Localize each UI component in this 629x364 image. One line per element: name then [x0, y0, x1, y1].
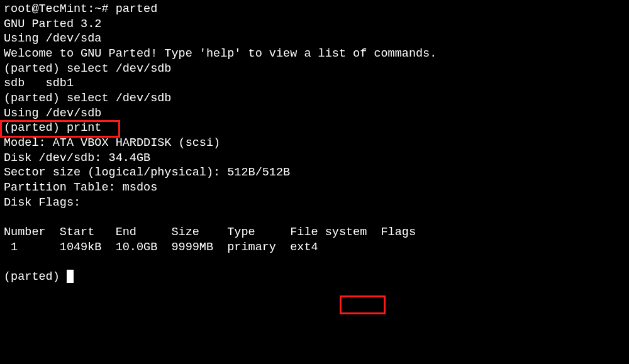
output-partition-table: Partition Table: msdos: [4, 180, 625, 196]
blank-line: [4, 255, 625, 270]
parted-prompt: (parted): [4, 121, 67, 135]
terminal-line-select1: (parted) select /dev/sdb: [4, 62, 625, 77]
cursor-icon: [67, 270, 74, 283]
terminal-line-prompt: root@TecMint:~# parted: [4, 2, 625, 17]
output-model: Model: ATA VBOX HARDDISK (scsi): [4, 136, 625, 151]
output-sdb-list: sdb sdb1: [4, 76, 625, 91]
output-disk-flags: Disk Flags:: [4, 196, 625, 211]
table-header: Number Start End Size Type File system F…: [4, 225, 625, 240]
shell-prompt: root@TecMint:~#: [4, 3, 116, 16]
output-version: GNU Parted 3.2: [4, 17, 625, 32]
command-print: print: [67, 121, 102, 135]
terminal-line-select2: (parted) select /dev/sdb: [4, 91, 625, 106]
parted-prompt: (parted): [4, 62, 67, 75]
table-row: 1 1049kB 10.0GB 9999MB primary ext4: [4, 240, 625, 255]
command-select: select /dev/sdb: [67, 92, 172, 105]
command-select: select /dev/sdb: [67, 62, 172, 75]
command-parted: parted: [116, 3, 158, 16]
output-welcome: Welcome to GNU Parted! Type 'help' to vi…: [4, 47, 625, 62]
parted-prompt: (parted): [4, 270, 67, 284]
blank-line: [4, 210, 625, 225]
terminal-line-print: (parted) print: [4, 121, 625, 136]
parted-prompt: (parted): [4, 92, 67, 105]
highlight-box-ext4: [340, 295, 386, 314]
terminal-line-active[interactable]: (parted): [4, 270, 625, 285]
output-using-sdb: Using /dev/sdb: [4, 106, 625, 121]
output-sector: Sector size (logical/physical): 512B/512…: [4, 165, 625, 180]
output-disk: Disk /dev/sdb: 34.4GB: [4, 151, 625, 166]
output-using-sda: Using /dev/sda: [4, 31, 625, 47]
